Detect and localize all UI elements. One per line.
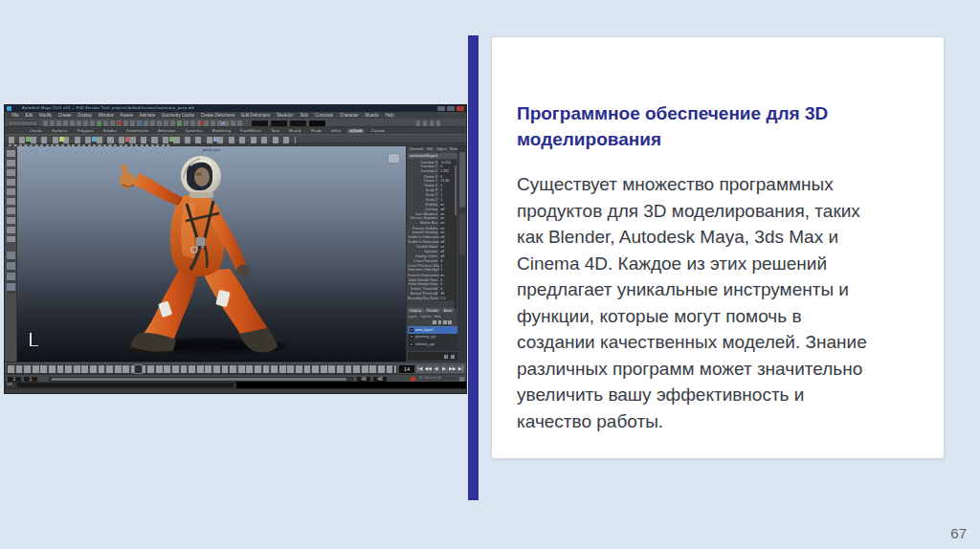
layer-editor-tab[interactable]: Render bbox=[425, 308, 441, 313]
channel-box-menu-item[interactable]: Object bbox=[436, 147, 446, 151]
menu-item[interactable]: Create Deformers bbox=[201, 113, 235, 118]
close-icon[interactable] bbox=[457, 106, 464, 111]
range-bar[interactable] bbox=[52, 378, 346, 381]
shelf-tab[interactable]: PaintEffects bbox=[238, 129, 264, 133]
channel-box-scrollbar[interactable] bbox=[455, 160, 457, 309]
range-end-field[interactable]: 48 bbox=[373, 377, 387, 382]
menu-item[interactable]: Help bbox=[385, 113, 393, 118]
menu-item[interactable]: Skeleton bbox=[277, 113, 294, 118]
sidebar-toggle-icons[interactable] bbox=[416, 121, 443, 126]
channel-row[interactable]: Extra Sample Rate 5 bbox=[408, 281, 457, 286]
playback-button[interactable]: |◀ bbox=[416, 364, 424, 373]
layer-row[interactable]: geometry_grp bbox=[408, 334, 457, 341]
shelf-tab[interactable]: Animation bbox=[156, 129, 178, 133]
channel-row[interactable]: Texture Threshold 0 bbox=[408, 286, 457, 291]
playback-button[interactable]: ▶▶ bbox=[449, 364, 457, 373]
range-inner-end-field[interactable]: 48 bbox=[357, 377, 370, 382]
channel-row[interactable]: Cast Shadows on bbox=[408, 211, 457, 216]
layer-editor-menu-item[interactable]: Help bbox=[434, 315, 441, 318]
menu-item[interactable]: Modify bbox=[39, 113, 52, 118]
viewport-3d[interactable]: persp view bbox=[17, 146, 406, 362]
current-frame-field[interactable]: 14 bbox=[399, 365, 414, 373]
viewport-bookmark-icon[interactable] bbox=[388, 153, 400, 164]
layer-buttons[interactable] bbox=[433, 320, 454, 324]
menu-item[interactable]: File bbox=[12, 113, 19, 118]
layer-color-swatch[interactable] bbox=[410, 335, 413, 339]
channel-row[interactable]: Curve Precision 4 bbox=[408, 258, 457, 263]
footer-icons[interactable] bbox=[451, 355, 455, 359]
channel-row[interactable]: Opposite off bbox=[408, 249, 457, 253]
menu-item[interactable]: Assets bbox=[121, 113, 134, 118]
channel-row[interactable]: Curve Precision Shaded 1 bbox=[408, 263, 457, 268]
layer-editor-menu-item[interactable]: Options bbox=[420, 315, 431, 318]
shelf-tab[interactable]: Surfaces bbox=[50, 129, 70, 133]
menu-item[interactable]: Constrain bbox=[315, 113, 333, 118]
menu-item[interactable]: Create bbox=[58, 113, 72, 118]
channel-box-menu-item[interactable]: Edit bbox=[427, 147, 433, 151]
channel-row[interactable]: Scale Z 1 bbox=[408, 197, 457, 202]
playback-button[interactable]: ▶| bbox=[457, 364, 465, 373]
menu-item[interactable]: Character bbox=[340, 113, 359, 118]
layer-editor-tab[interactable]: Anim bbox=[442, 308, 455, 313]
status-icons-strip[interactable] bbox=[43, 121, 244, 126]
layer-editor-menu-item[interactable]: Layers bbox=[408, 315, 417, 318]
channel-row[interactable]: Selection Child Highlight 1 bbox=[408, 267, 457, 272]
layer-color-swatch[interactable] bbox=[410, 328, 413, 332]
channel-row[interactable]: Visibility on bbox=[408, 202, 457, 207]
channel-row[interactable]: Caching off bbox=[408, 207, 457, 211]
channel-row[interactable]: Visible In Refractions off bbox=[408, 239, 457, 244]
channel-row[interactable]: Motion Blur on bbox=[408, 220, 457, 225]
attribute-editor-vertical-tab[interactable] bbox=[459, 213, 465, 255]
character-set-field[interactable]: No Character Set bbox=[418, 377, 457, 380]
channel-row[interactable]: Translate Y 0 bbox=[408, 164, 457, 168]
channel-row[interactable]: Double Sided on bbox=[408, 244, 457, 249]
shelf-tab[interactable]: Toon bbox=[269, 129, 281, 133]
menu-item[interactable]: Edit bbox=[26, 113, 33, 118]
current-frame-marker[interactable] bbox=[134, 364, 143, 374]
channel-box-vertical-tab[interactable] bbox=[459, 152, 465, 208]
playback-button[interactable]: ▶ bbox=[441, 364, 449, 373]
layout-preset-buttons[interactable] bbox=[7, 252, 15, 294]
channel-row[interactable]: Visible In Reflections off bbox=[408, 234, 457, 239]
playback-button[interactable]: ◀ bbox=[433, 364, 440, 373]
channel-row[interactable]: Bounding Box Scale 1.5 bbox=[408, 296, 457, 300]
channel-row[interactable]: Scale Y 1 bbox=[408, 192, 457, 197]
maya-titlebar[interactable]: Autodesk Maya 2011 x64 — Full Version Tr… bbox=[5, 105, 466, 112]
shelf-tab[interactable]: Muscle bbox=[287, 129, 304, 133]
menu-item[interactable]: Skin bbox=[300, 113, 308, 118]
tool-icons[interactable] bbox=[7, 150, 15, 242]
menu-set-dropdown[interactable] bbox=[8, 121, 38, 126]
shelf-tab[interactable]: Subdivs bbox=[100, 129, 119, 133]
channel-box-header[interactable]: astronautShape1 bbox=[408, 153, 457, 159]
layer-color-swatch[interactable] bbox=[410, 342, 413, 346]
menu-item[interactable]: Geometry Cache bbox=[162, 113, 194, 118]
command-input[interactable] bbox=[17, 383, 234, 387]
menu-item[interactable]: Window bbox=[99, 113, 114, 118]
auto-keyframe-icon[interactable] bbox=[411, 377, 415, 382]
shelf-tab[interactable]: Custom bbox=[369, 129, 388, 133]
channel-row[interactable]: Primary Visibility on bbox=[408, 225, 457, 230]
channel-row[interactable]: Rotate X 0 bbox=[408, 173, 457, 178]
menu-item[interactable]: Edit Deformers bbox=[241, 113, 270, 118]
shelf-tab[interactable]: Deformation bbox=[124, 129, 150, 133]
shelf-tab[interactable]: Dynamics bbox=[183, 129, 205, 133]
shelf-tab[interactable]: Curves bbox=[28, 129, 45, 133]
channel-row[interactable]: Rotate Y 12.46 bbox=[408, 178, 457, 183]
input-fields[interactable] bbox=[252, 121, 268, 126]
layer-row[interactable]: anim_layer1 bbox=[408, 326, 457, 334]
frame-ticks[interactable] bbox=[7, 364, 397, 374]
shelf-tab[interactable]: Fluids bbox=[309, 129, 323, 133]
minimize-icon[interactable] bbox=[437, 106, 445, 111]
channel-row[interactable]: Feature Displacement on bbox=[408, 272, 457, 276]
menu-item[interactable]: Display bbox=[78, 113, 92, 118]
range-groove[interactable] bbox=[49, 377, 353, 382]
channel-row[interactable]: Translate X -0.214 bbox=[408, 160, 457, 165]
range-start-field[interactable]: 1 bbox=[8, 377, 21, 382]
anim-prefs-icon[interactable] bbox=[459, 377, 464, 382]
maximize-icon[interactable] bbox=[447, 106, 455, 111]
channel-row[interactable]: Normal Threshold 30 bbox=[408, 291, 457, 296]
channel-row[interactable]: Scale X 1 bbox=[408, 187, 457, 192]
shelf-tab[interactable]: Rendering bbox=[211, 129, 234, 133]
channel-row[interactable]: Rotate Z 0 bbox=[408, 183, 457, 187]
channel-row[interactable]: Translate Z 1.352 bbox=[408, 168, 457, 173]
